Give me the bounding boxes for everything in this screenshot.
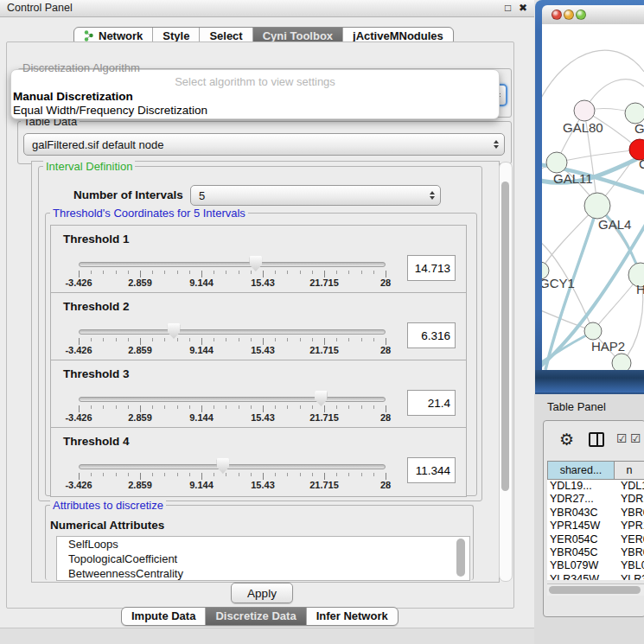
cell-name[interactable]: YBR0 <box>617 546 644 559</box>
scrollbar-thumb[interactable] <box>501 182 509 491</box>
control-panel-titlebar[interactable]: Control Panel □ ✖ <box>0 0 534 17</box>
table-row[interactable]: YDR27...YDR2 <box>547 493 644 506</box>
scale-tick-label: 21.715 <box>309 345 339 355</box>
tab-impute-data-label: Impute Data <box>131 609 195 622</box>
cell-name[interactable]: YBR0 <box>617 507 644 520</box>
cell-shared-name[interactable]: YLR345W <box>547 573 617 580</box>
table-row[interactable]: YBR043CYBR0 <box>547 507 644 520</box>
scale-tick-label: 15.43 <box>251 345 275 355</box>
screen: Control Panel □ ✖ Network Style Se <box>0 0 644 644</box>
gear-icon[interactable]: ⚙ <box>559 430 574 450</box>
tab-discretize-data-label: Discretize Data <box>215 609 296 622</box>
cell-shared-name[interactable]: YER054C <box>547 533 617 546</box>
checked-box-icon[interactable]: ☑ <box>616 431 628 445</box>
slider-thumb[interactable] <box>168 323 181 339</box>
table-horizontal-scrollbar[interactable] <box>547 583 644 596</box>
scale-tick-label: 2.859 <box>128 480 152 490</box>
tab-network-label: Network <box>99 29 143 42</box>
cell-shared-name[interactable]: YDL19... <box>547 480 617 493</box>
scale-tick-label: -3.426 <box>65 345 92 355</box>
threshold-2-slider[interactable] <box>79 329 386 335</box>
zoom-traffic-light[interactable] <box>576 10 586 20</box>
discretization-algorithm-group-title: Discretization Algorithm <box>22 61 140 74</box>
threshold-2-value-field[interactable]: 6.316 <box>407 322 456 348</box>
column-header-shared-name[interactable]: shared... <box>547 461 615 480</box>
cell-name[interactable]: YDL1 <box>617 480 644 493</box>
cell-shared-name[interactable]: YPR145W <box>547 520 617 532</box>
cell-shared-name[interactable]: YBL079W <box>547 559 617 572</box>
close-icon[interactable]: ✖ <box>519 2 527 14</box>
cell-name[interactable]: YLR3 <box>617 573 644 580</box>
numerical-attributes-label: Numerical Attributes <box>50 519 164 532</box>
scrollbar-thumb[interactable] <box>549 586 641 594</box>
table-row[interactable]: YER054CYER0 <box>547 533 644 546</box>
dropdown-option-equal-width[interactable]: Equal Width/Frequency Discretization <box>13 104 207 117</box>
tab-impute-data[interactable]: Impute Data <box>122 608 205 625</box>
table-row[interactable]: YDL19...YDL1 <box>547 480 644 493</box>
tab-style-label: Style <box>163 29 189 42</box>
threshold-4-panel: Threshold 4 -3.4262.8599.14415.4321.7152… <box>50 427 467 497</box>
bottom-strip <box>0 628 534 644</box>
tab-infer-network[interactable]: Infer Network <box>306 608 398 625</box>
split-columns-icon[interactable] <box>589 432 604 447</box>
attributes-list-scrollbar-thumb[interactable] <box>456 539 465 577</box>
attribute-list-item[interactable]: BetweennessCentrality <box>57 566 469 581</box>
node-bottom <box>612 354 631 370</box>
checked-box-icon[interactable]: ☑ <box>630 431 641 445</box>
cell-shared-name[interactable]: YDR27... <box>547 493 617 506</box>
table-panel-box: ⚙ ☑ ☑ shared... n YDL19...YDL1YDR27...YD… <box>543 420 644 617</box>
scale-tick-label: 28 <box>380 480 391 490</box>
node-label-gcy1: GCY1 <box>542 276 575 290</box>
cell-name[interactable]: YER0 <box>617 533 644 546</box>
threshold-3-slider[interactable] <box>79 397 386 402</box>
minimize-traffic-light[interactable] <box>564 10 574 20</box>
table-row[interactable]: YBR045CYBR0 <box>547 546 644 559</box>
cell-name[interactable]: YDR2 <box>617 493 644 506</box>
node-gal11 <box>546 152 567 173</box>
cell-shared-name[interactable]: YBR043C <box>547 507 617 520</box>
scale-tick-label: 2.859 <box>128 412 152 423</box>
algorithm-dropdown-popup: Select algorithm to view settings Manual… <box>10 69 500 119</box>
cell-name[interactable]: YBL0 <box>617 559 644 572</box>
slider-thumb[interactable] <box>249 256 262 271</box>
node-label-c: C <box>639 156 644 171</box>
tab-discretize-data[interactable]: Discretize Data <box>205 608 305 625</box>
tab-infer-network-label: Infer Network <box>316 609 388 622</box>
threshold-4-value-field[interactable]: 11.344 <box>407 457 456 483</box>
slider-scale: -3.4262.8599.14415.4321.71528 <box>51 412 466 424</box>
apply-button[interactable]: Apply <box>231 583 293 603</box>
number-of-intervals-combobox[interactable]: 5 <box>190 185 441 206</box>
node-table: shared... n YDL19...YDL1YDR27...YDR2YBR0… <box>547 461 644 580</box>
attribute-list-item[interactable]: TopologicalCoefficient <box>57 552 469 566</box>
dropdown-prompt: Select algorithm to view settings <box>11 75 499 88</box>
table-panel: Table Panel ⚙ ☑ ☑ shared... n YDL19...YD… <box>534 394 644 644</box>
threshold-3-value-field[interactable]: 21.4 <box>407 390 456 416</box>
float-window-icon[interactable]: □ <box>505 2 511 14</box>
table-row[interactable]: YBL079WYBL0 <box>547 559 644 572</box>
slider-scale: -3.4262.8599.14415.4321.71528 <box>51 345 466 357</box>
cell-shared-name[interactable]: YBR045C <box>547 546 617 559</box>
attribute-list-item[interactable]: SelfLoops <box>57 537 469 552</box>
threshold-1-value-field[interactable]: 14.713 <box>407 255 456 281</box>
close-traffic-light[interactable] <box>552 10 562 20</box>
combo-stepper-icon <box>494 140 504 149</box>
cell-name[interactable]: YPR1 <box>617 520 644 532</box>
table-row[interactable]: YPR145WYPR1 <box>547 520 644 532</box>
combo-stepper-icon <box>430 191 440 200</box>
slider-thumb[interactable] <box>315 391 328 406</box>
slider-thumb[interactable] <box>216 458 229 474</box>
threshold-4-slider[interactable] <box>79 464 386 469</box>
number-of-intervals-label: Number of Intervals <box>73 188 183 201</box>
dropdown-option-manual-discretization[interactable]: Manual Discretization <box>13 90 133 103</box>
slider-ticks <box>79 338 386 345</box>
table-row[interactable]: YLR345WYLR3 <box>547 573 644 580</box>
table-data-combobox[interactable]: galFiltered.sif default node <box>23 133 505 156</box>
network-window-titlebar[interactable] <box>542 5 644 25</box>
column-header-name[interactable]: n <box>615 461 644 480</box>
number-of-intervals-value: 5 <box>199 189 205 202</box>
network-canvas[interactable]: GAL80 GA C GAL11 GAL4 GCY1 H HAP2 <box>542 24 644 370</box>
threshold-1-slider[interactable] <box>79 262 386 267</box>
numerical-attributes-list[interactable]: SelfLoopsTopologicalCoefficientBetweenne… <box>56 536 470 581</box>
interval-definition-group-title: Interval Definition <box>43 160 135 173</box>
settings-vertical-scrollbar[interactable] <box>499 162 513 582</box>
